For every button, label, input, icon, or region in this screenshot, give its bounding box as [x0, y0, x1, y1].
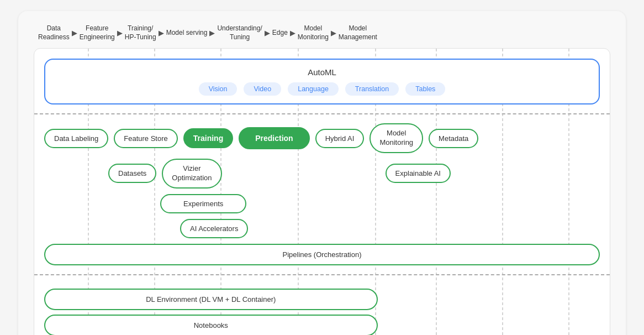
pill-ai-accelerators: AI Accelerators [180, 219, 248, 238]
pill-datasets: Datasets [108, 164, 156, 183]
pill-hybrid-ai: Hybrid AI [315, 129, 365, 148]
arrow-icon-4: ▶ [209, 29, 215, 37]
pill-model-monitoring: ModelMonitoring [369, 123, 423, 153]
divider-2 [34, 274, 610, 275]
arrow-icon-5: ▶ [265, 29, 270, 37]
services-row-2: Datasets VizierOptimization Explainable … [44, 159, 600, 189]
arrow-icon-2: ▶ [117, 29, 123, 37]
pill-metadata: Metadata [429, 129, 478, 148]
stage-training-hp: Training/HP-Tuning [125, 24, 156, 41]
arrow-icon-7: ▶ [331, 29, 336, 37]
arrow-icon-3: ▶ [159, 29, 164, 37]
stage-label: Edge [272, 29, 288, 38]
pill-experiments: Experiments [160, 194, 246, 213]
chip-language: Language [288, 82, 339, 96]
chip-translation: Translation [345, 82, 399, 96]
pipelines-row: Pipelines (Orchestration) [44, 244, 600, 265]
automl-section: AutoML Vision Video Language Translation… [44, 59, 600, 104]
services-section: Data Labeling Feature Store Training Pre… [34, 123, 610, 238]
stage-feature-engineering: FeatureEngineering [80, 24, 115, 41]
services-row-3: Experiments [44, 194, 600, 213]
automl-title: AutoML [56, 67, 588, 77]
pill-explainable-ai: Explainable AI [386, 164, 451, 183]
stage-label: DataReadiness [38, 24, 70, 41]
stage-model-monitoring: ModelMonitoring [298, 24, 329, 41]
bottom-section: DL Environment (DL VM + DL Container) No… [34, 284, 610, 335]
pill-pipelines: Pipelines (Orchestration) [44, 244, 600, 265]
pill-notebooks: Notebooks [44, 315, 378, 335]
arrow-icon-6: ▶ [290, 29, 295, 37]
pill-prediction: Prediction [239, 127, 309, 149]
automl-chips: Vision Video Language Translation Tables [56, 82, 588, 96]
pill-data-labeling: Data Labeling [44, 129, 108, 148]
chip-tables: Tables [405, 82, 445, 96]
stage-label: FeatureEngineering [80, 24, 115, 41]
stage-label: Training/HP-Tuning [125, 24, 156, 41]
arrow-icon-1: ▶ [72, 29, 77, 37]
pill-dl-environment: DL Environment (DL VM + DL Container) [44, 289, 378, 310]
stage-understanding: Understanding/Tuning [217, 24, 262, 41]
stage-label: Model serving [166, 29, 208, 38]
stage-label: ModelManagement [339, 24, 377, 41]
main-area: AutoML Vision Video Language Translation… [34, 48, 610, 335]
stage-model-management: ModelManagement [339, 24, 377, 41]
services-row-4: AI Accelerators [44, 219, 600, 238]
services-row-1: Data Labeling Feature Store Training Pre… [44, 123, 600, 153]
stage-label: Understanding/Tuning [217, 24, 262, 41]
stage-model-serving: Model serving [166, 29, 208, 38]
chip-video: Video [244, 82, 281, 96]
diagram-wrapper: DataReadiness ▶ FeatureEngineering ▶ Tra… [18, 11, 626, 335]
pipeline-header: DataReadiness ▶ FeatureEngineering ▶ Tra… [34, 24, 610, 41]
chip-vision: Vision [199, 82, 237, 96]
pill-feature-store: Feature Store [114, 129, 178, 148]
stage-data-readiness: DataReadiness [38, 24, 70, 41]
stage-edge: Edge [272, 29, 288, 38]
pill-training: Training [183, 128, 233, 148]
divider-1 [34, 113, 610, 114]
stage-label: ModelMonitoring [298, 24, 329, 41]
pill-vizier: VizierOptimization [162, 159, 221, 189]
